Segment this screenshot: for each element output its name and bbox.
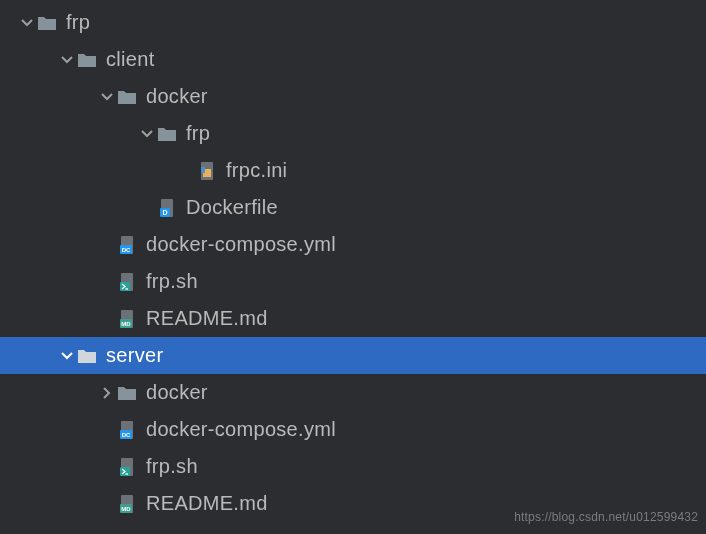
tree-folder-client[interactable]: client: [0, 41, 706, 78]
tree-folder-server[interactable]: server: [0, 337, 706, 374]
watermark-text: https://blog.csdn.net/u012599432: [514, 510, 698, 524]
shell-file-icon: [116, 456, 138, 478]
docker-compose-icon: [116, 234, 138, 256]
markdown-file-icon: [116, 308, 138, 330]
tree-file-frpc-ini[interactable]: frpc.ini: [0, 152, 706, 189]
tree-item-label: client: [106, 48, 155, 71]
chevron-right-icon: [98, 384, 116, 402]
tree-folder-docker[interactable]: docker: [0, 78, 706, 115]
docker-compose-icon: [116, 419, 138, 441]
folder-icon: [156, 123, 178, 145]
tree-folder-frp[interactable]: frp: [0, 4, 706, 41]
tree-item-label: Dockerfile: [186, 196, 278, 219]
markdown-file-icon: [116, 493, 138, 515]
folder-icon: [116, 382, 138, 404]
shell-file-icon: [116, 271, 138, 293]
chevron-down-icon: [98, 88, 116, 106]
tree-item-label: docker-compose.yml: [146, 418, 336, 441]
tree-item-label: server: [106, 344, 163, 367]
tree-item-label: docker: [146, 381, 208, 404]
chevron-down-icon: [58, 51, 76, 69]
tree-item-label: docker-compose.yml: [146, 233, 336, 256]
file-tree: frp client docker frp frpc.ini Dockerfil…: [0, 0, 706, 522]
tree-folder-frp-inner[interactable]: frp: [0, 115, 706, 152]
tree-file-docker-compose[interactable]: docker-compose.yml: [0, 226, 706, 263]
tree-item-label: README.md: [146, 307, 268, 330]
folder-icon: [76, 345, 98, 367]
tree-item-label: frp.sh: [146, 270, 198, 293]
tree-file-server-docker-compose[interactable]: docker-compose.yml: [0, 411, 706, 448]
tree-item-label: frpc.ini: [226, 159, 287, 182]
chevron-down-icon: [58, 347, 76, 365]
tree-file-readme[interactable]: README.md: [0, 300, 706, 337]
tree-item-label: docker: [146, 85, 208, 108]
chevron-down-icon: [138, 125, 156, 143]
dockerfile-icon: [156, 197, 178, 219]
folder-icon: [76, 49, 98, 71]
folder-icon: [116, 86, 138, 108]
folder-icon: [36, 12, 58, 34]
chevron-down-icon: [18, 14, 36, 32]
tree-file-server-frp-sh[interactable]: frp.sh: [0, 448, 706, 485]
tree-file-frp-sh[interactable]: frp.sh: [0, 263, 706, 300]
tree-item-label: README.md: [146, 492, 268, 515]
tree-item-label: frp.sh: [146, 455, 198, 478]
tree-item-label: frp: [66, 11, 90, 34]
tree-file-dockerfile[interactable]: Dockerfile: [0, 189, 706, 226]
ini-file-icon: [196, 160, 218, 182]
tree-folder-server-docker[interactable]: docker: [0, 374, 706, 411]
tree-item-label: frp: [186, 122, 210, 145]
